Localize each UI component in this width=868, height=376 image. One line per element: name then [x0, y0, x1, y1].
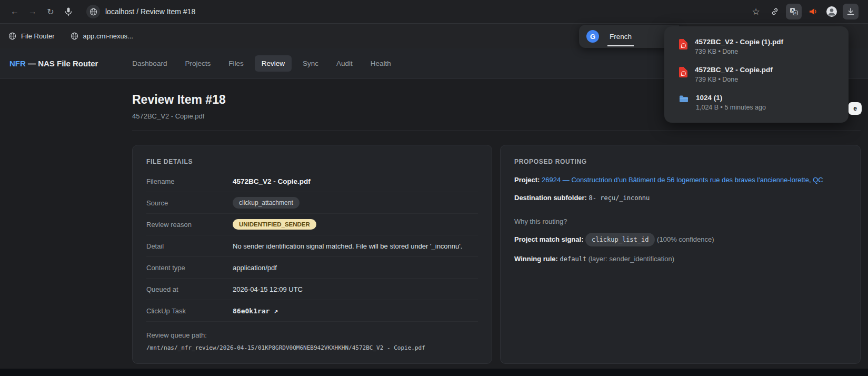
download-meta: 1,024 B • 5 minutes ago [696, 104, 766, 111]
download-text: 4572BC_V2 - Copie.pdf 739 KB • Done [695, 66, 773, 83]
project-line: Project: 26924 — Constructrion d'un Bâti… [514, 175, 846, 185]
row-label: ClickUp Task [146, 307, 233, 315]
bookmark-file-router[interactable]: File Router [8, 32, 55, 40]
address-text: localhost / Review Item #18 [105, 7, 195, 16]
match-signal-label: Project match signal: [514, 235, 583, 243]
row-label: Content type [146, 264, 233, 272]
app-nav: Dashboard Projects Files Review Sync Aud… [125, 55, 397, 72]
table-row: Source clickup_attachment [146, 192, 478, 214]
rule-layer-note: (layer: sender_identification) [588, 255, 674, 263]
nav-review[interactable]: Review [255, 55, 292, 72]
table-row: Review reason UNIDENTIFIED_SENDER [146, 214, 478, 235]
destination-label: Destination subfolder: [514, 194, 587, 202]
download-meta: 739 KB • Done [695, 76, 773, 83]
pdf-icon [679, 39, 687, 50]
table-row: Content type application/pdf [146, 257, 478, 279]
reload-icon[interactable]: ↻ [42, 3, 59, 20]
bookmark-app-cmi-nexus[interactable]: app.cmi-nexus... [71, 32, 133, 40]
review-reason-badge: UNIDENTIFIED_SENDER [233, 219, 316, 230]
external-link-icon: ↗ [274, 307, 278, 315]
partial-action-button[interactable]: e [849, 102, 862, 115]
svg-text:a: a [794, 11, 796, 15]
back-icon[interactable]: ← [6, 3, 23, 20]
bookmark-star-icon[interactable]: ☆ [748, 4, 764, 19]
copy-link-icon[interactable] [767, 4, 783, 19]
toolbar-actions: ☆ A a [748, 4, 862, 19]
download-text: 4572BC_V2 - Copie (1).pdf 739 KB • Done [695, 38, 783, 55]
source-badge: clickup_attachment [233, 197, 300, 209]
file-details-card: FILE DETAILS Filename 4572BC_V2 - Copie.… [132, 145, 492, 364]
row-label: Queued at [146, 285, 233, 293]
detail-value: No sender identification signal matched.… [233, 242, 462, 250]
microphone-icon[interactable] [60, 3, 77, 20]
row-label: Filename [146, 177, 233, 185]
table-row: Queued at 2026-04-15 12:09 UTC [146, 279, 478, 300]
proposed-routing-heading: PROPOSED ROUTING [514, 158, 846, 165]
row-label: Review reason [146, 221, 233, 229]
profile-avatar[interactable] [824, 4, 840, 19]
translate-language-tab[interactable]: French [607, 27, 634, 46]
row-label: Detail [146, 242, 233, 250]
brand-rest: — NAS File Router [26, 59, 98, 68]
mic-glyph [65, 7, 72, 16]
file-details-heading: FILE DETAILS [146, 158, 478, 165]
confidence-note: (100% confidence) [657, 235, 714, 243]
match-signal-line: Project match signal: clickup_list_id (1… [514, 233, 846, 246]
translate-icon[interactable]: A a [786, 4, 802, 19]
nav-files[interactable]: Files [222, 55, 251, 72]
download-item[interactable]: 1024 (1) 1,024 B • 5 minutes ago [664, 88, 849, 116]
project-link[interactable]: 26924 — Constructrion d'un Bâtiment de 5… [542, 176, 823, 184]
title-divider [132, 131, 861, 131]
destination-line: Destination subfolder: 8- reçu/_inconnu [514, 193, 846, 203]
globe-icon [8, 32, 16, 40]
why-routing-text: Why this routing? [514, 217, 846, 225]
filename-value: 4572BC_V2 - Copie.pdf [233, 177, 311, 185]
table-row: Detail No sender identification signal m… [146, 235, 478, 257]
task-id: 86e0k1rar [233, 307, 270, 315]
destination-value: 8- reçu/_inconnu [589, 194, 650, 202]
file-details-rows: Filename 4572BC_V2 - Copie.pdf Source cl… [146, 171, 478, 322]
forward-icon[interactable]: → [24, 3, 41, 20]
browser-toolbar: ← → ↻ localhost / Review Item #18 ☆ [0, 0, 868, 23]
download-item[interactable]: 4572BC_V2 - Copie.pdf 739 KB • Done [664, 61, 849, 88]
folder-icon [679, 95, 689, 105]
row-label: Source [146, 199, 233, 207]
queue-path-value: /mnt/nas/_nfr_review/2026-04-15/01KP8GRD… [146, 344, 478, 351]
content-type-value: application/pdf [233, 264, 277, 272]
nav-dashboard[interactable]: Dashboard [125, 55, 174, 72]
globe-icon [71, 32, 78, 40]
download-name: 1024 (1) [696, 94, 766, 102]
table-row: ClickUp Task 86e0k1rar ↗ [146, 300, 478, 322]
nav-sync[interactable]: Sync [296, 55, 325, 72]
downloads-popup: 4572BC_V2 - Copie (1).pdf 739 KB • Done … [664, 26, 849, 123]
site-globe-icon [86, 5, 100, 18]
google-translate-icon: G [586, 30, 599, 43]
match-signal-badge: clickup_list_id [585, 233, 655, 246]
winning-rule-value: default [560, 255, 587, 263]
proposed-routing-card: PROPOSED ROUTING Project: 26924 — Constr… [500, 145, 861, 364]
download-name: 4572BC_V2 - Copie (1).pdf [695, 38, 783, 46]
brand-prefix: NFR [9, 59, 26, 68]
nav-projects[interactable]: Projects [178, 55, 217, 72]
nav-audit[interactable]: Audit [330, 55, 360, 72]
nav-health[interactable]: Health [364, 55, 398, 72]
app-brand: NFR — NAS File Router [9, 59, 98, 68]
download-text: 1024 (1) 1,024 B • 5 minutes ago [696, 94, 766, 111]
project-label: Project: [514, 176, 540, 184]
winning-rule-label: Winning rule: [514, 255, 558, 263]
bookmark-label: app.cmi-nexus... [83, 32, 133, 40]
winning-rule-line: Winning rule: default (layer: sender_ide… [514, 254, 846, 264]
download-meta: 739 KB • Done [695, 48, 783, 55]
download-item[interactable]: 4572BC_V2 - Copie (1).pdf 739 KB • Done [664, 33, 849, 61]
pdf-icon [679, 67, 687, 77]
downloads-icon[interactable] [843, 4, 859, 19]
bookmark-label: File Router [21, 32, 55, 40]
download-name: 4572BC_V2 - Copie.pdf [695, 66, 773, 74]
table-row: Filename 4572BC_V2 - Copie.pdf [146, 171, 478, 192]
queued-at-value: 2026-04-15 12:09 UTC [233, 285, 303, 293]
clickup-task-link[interactable]: 86e0k1rar ↗ [233, 307, 278, 315]
queue-path-label: Review queue path: [146, 331, 478, 339]
address-bar[interactable]: localhost / Review Item #18 [86, 5, 747, 18]
sound-playing-icon[interactable] [805, 4, 821, 19]
cards-row: FILE DETAILS Filename 4572BC_V2 - Copie.… [132, 145, 861, 364]
